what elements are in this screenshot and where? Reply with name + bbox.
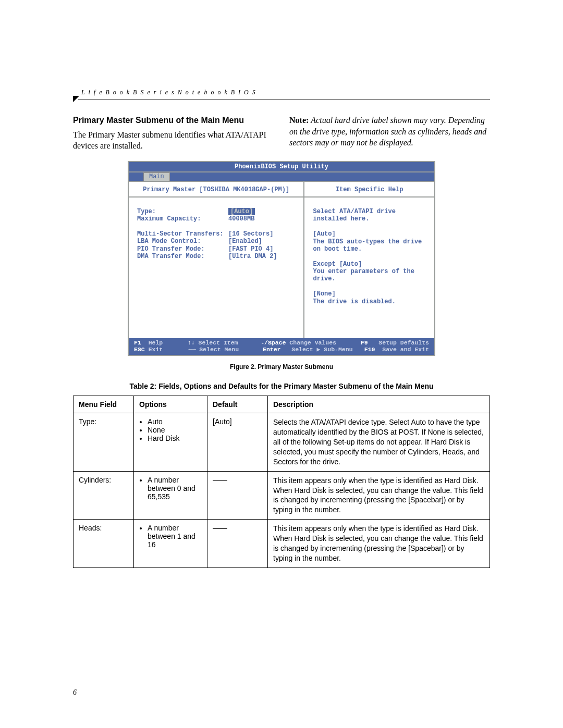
- bios-label: LBA Mode Control:: [137, 238, 228, 245]
- cell-field: Type:: [74, 413, 134, 471]
- table-row: Cylinders:A number between 0 and 65,535—…: [74, 471, 490, 520]
- key-enter[interactable]: Enter: [263, 346, 281, 353]
- key-space[interactable]: -/Space: [261, 339, 286, 346]
- bios-label: Multi-Sector Transfers:: [137, 230, 228, 238]
- bios-label: Maximum Capacity:: [137, 215, 228, 223]
- bios-row-type[interactable]: Type: Auto: [137, 208, 295, 215]
- intro-columns: Primary Master Submenu of the Main Menu …: [73, 115, 490, 152]
- note-body: Actual hard drive label shown may vary. …: [289, 116, 486, 147]
- key-label: Change Values: [289, 339, 336, 346]
- th-default: Default: [207, 396, 268, 413]
- th-description: Description: [268, 396, 490, 413]
- header-rule: [78, 100, 490, 100]
- key-leftright[interactable]: ←→: [189, 346, 196, 353]
- bios-label: Type:: [137, 208, 228, 215]
- book-title: L i f e B o o k B S e r i e s N o t e b …: [81, 89, 490, 96]
- table-row: Heads:A number between 1 and 16——This it…: [74, 520, 490, 568]
- key-label: Select ▶ Sub-Menu: [291, 346, 352, 353]
- section-heading: Primary Master Submenu of the Main Menu: [73, 115, 274, 126]
- bios-row-maxcap: Maximum Capacity: 40008MB: [137, 215, 295, 223]
- bios-row-dma[interactable]: DMA Transfer Mode: [Ultra DMA 2]: [137, 253, 295, 260]
- key-label: Exit: [149, 346, 163, 353]
- corner-mark-icon: [73, 96, 79, 102]
- cell-default: ——: [207, 471, 268, 520]
- bios-left-header: Primary Master [TOSHIBA MK4018GAP-(PM)]: [129, 182, 303, 198]
- bios-title: PhoenixBIOS Setup Utility: [129, 162, 434, 172]
- option-item: Hard Disk: [148, 434, 202, 442]
- page: L i f e B o o k B S e r i e s N o t e b …: [0, 0, 563, 728]
- key-label: Help: [149, 339, 163, 346]
- table-caption: Table 2: Fields, Options and Defaults fo…: [73, 382, 490, 390]
- bios-label: DMA Transfer Mode:: [137, 253, 228, 260]
- table-row: Type:AutoNoneHard Disk[Auto]Selects the …: [74, 413, 490, 471]
- bios-value[interactable]: [16 Sectors]: [228, 230, 273, 238]
- option-item: None: [148, 426, 202, 434]
- bios-help-text: Select ATA/ATAPI drive installed here. […: [304, 198, 434, 310]
- page-number: 6: [73, 688, 77, 697]
- key-f9[interactable]: F9: [361, 339, 368, 346]
- table-header-row: Menu Field Options Default Description: [74, 396, 490, 413]
- cell-description: This item appears only when the type is …: [268, 520, 490, 568]
- bios-screenshot: PhoenixBIOS Setup Utility Main Primary M…: [128, 161, 435, 356]
- bios-value[interactable]: [FAST PIO 4]: [228, 245, 273, 253]
- bios-value: 40008MB: [228, 215, 254, 223]
- cell-field: Heads:: [74, 520, 134, 568]
- bios-row-lba[interactable]: LBA Mode Control: [Enabled]: [137, 238, 295, 245]
- key-esc[interactable]: ESC: [134, 346, 145, 353]
- key-label: Select Item: [199, 339, 238, 346]
- key-label: Select Menu: [199, 346, 239, 353]
- bios-value-selected[interactable]: Auto: [228, 208, 255, 215]
- intro-left: Primary Master Submenu of the Main Menu …: [73, 115, 274, 152]
- figure-caption: Figure 2. Primary Master Submenu: [73, 363, 490, 371]
- th-field: Menu Field: [74, 396, 134, 413]
- bios-tabbar: Main: [129, 172, 434, 181]
- cell-default: ——: [207, 520, 268, 568]
- th-options: Options: [134, 396, 207, 413]
- option-item: A number between 1 and 16: [148, 524, 202, 549]
- intro-right: Note: Actual hard drive label shown may …: [289, 115, 490, 152]
- bios-tab-main[interactable]: Main: [143, 172, 170, 180]
- bios-row-multi[interactable]: Multi-Sector Transfers: [16 Sectors]: [137, 230, 295, 238]
- cell-default: [Auto]: [207, 413, 268, 471]
- intro-text: The Primary Master submenu identifies wh…: [73, 129, 274, 152]
- note-label: Note:: [289, 116, 309, 125]
- key-label: Setup Defaults: [378, 339, 429, 346]
- option-item: A number between 0 and 65,535: [148, 476, 202, 501]
- cell-field: Cylinders:: [74, 471, 134, 520]
- key-label: Save and Exit: [382, 346, 429, 353]
- option-item: Auto: [148, 417, 202, 426]
- cell-options: AutoNoneHard Disk: [134, 413, 207, 471]
- key-f1[interactable]: F1: [134, 339, 141, 346]
- bios-label: PIO Transfer Mode:: [137, 245, 228, 253]
- cell-description: Selects the ATA/ATAPI device type. Selec…: [268, 413, 490, 471]
- cell-options: A number between 1 and 16: [134, 520, 207, 568]
- key-f10[interactable]: F10: [364, 346, 375, 353]
- bios-fields: Type: Auto Maximum Capacity: 40008MB Mul…: [129, 198, 303, 270]
- cell-options: A number between 0 and 65,535: [134, 471, 207, 520]
- bios-value[interactable]: [Enabled]: [228, 238, 262, 245]
- bios-value[interactable]: [Ultra DMA 2]: [228, 253, 277, 260]
- bios-row-pio[interactable]: PIO Transfer Mode: [FAST PIO 4]: [137, 245, 295, 253]
- bios-help-header: Item Specific Help: [304, 182, 434, 198]
- cell-description: This item appears only when the type is …: [268, 471, 490, 520]
- options-table: Menu Field Options Default Description T…: [73, 396, 490, 568]
- key-updown[interactable]: ↑↓: [188, 339, 195, 346]
- bios-footer: F1 Help ↑↓ Select Item -/Space Change Va…: [129, 338, 434, 355]
